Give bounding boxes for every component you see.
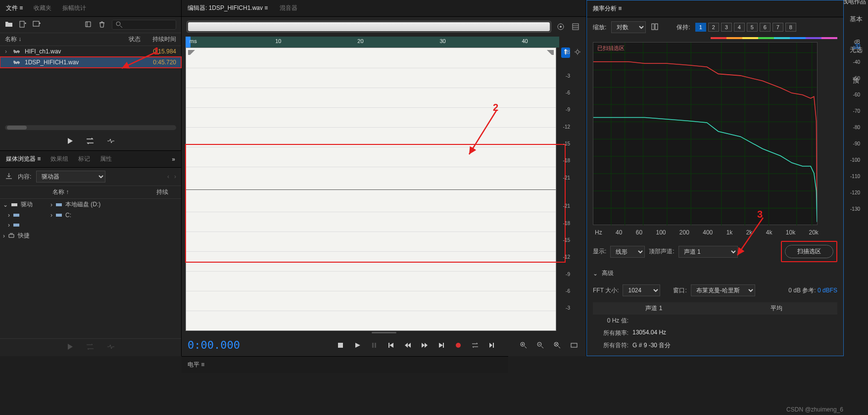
collapsed-tab-basic[interactable]: 基本 <box>850 15 863 24</box>
pause-button[interactable] <box>368 339 380 351</box>
files-scrollbar[interactable] <box>5 125 176 130</box>
hold-buttons: 12345678 <box>695 23 796 32</box>
levels-panel[interactable]: 电平 ≡ <box>182 356 508 373</box>
waveform-canvas[interactable] <box>186 47 556 331</box>
zoom-fit-icon[interactable] <box>551 339 563 351</box>
hold-button-2[interactable]: 2 <box>708 23 719 32</box>
zoom-selection-icon[interactable] <box>568 339 580 351</box>
spectrum-plot[interactable]: 已扫描选区 <box>593 42 818 225</box>
record-button[interactable] <box>452 339 464 351</box>
tree-drives[interactable]: ⌄驱动 <box>0 199 48 210</box>
forward-button[interactable] <box>419 339 431 351</box>
open-file-icon[interactable] <box>5 20 13 30</box>
scan-selection-button[interactable]: 扫描选区 <box>785 245 833 258</box>
tab-favorites[interactable]: 收藏夹 <box>34 4 51 12</box>
tab-mixer[interactable]: 混音器 <box>280 4 297 12</box>
play-icon[interactable] <box>66 137 74 146</box>
tab-amplitude-stats[interactable]: 振幅统计 <box>62 4 86 12</box>
tab-files[interactable]: 文件 ≡ <box>6 4 23 12</box>
ref-label: 0 dB 参考: 0 dBFS <box>788 286 837 295</box>
fft-select[interactable]: 1024 <box>623 284 660 296</box>
hold-button-4[interactable]: 4 <box>734 23 745 32</box>
loop-icon[interactable] <box>86 343 95 352</box>
fft-controls: FFT 大小: 1024 窗口: 布莱克曼-哈里斯 0 dB 参考: 0 dBF… <box>587 280 843 300</box>
skip-button[interactable] <box>486 339 498 351</box>
tab-markers[interactable]: 标记 <box>78 155 90 163</box>
tab-frequency-analysis[interactable]: 频率分析 ≡ <box>593 4 622 13</box>
svg-rect-13 <box>372 343 374 348</box>
hold-button-8[interactable]: 8 <box>785 23 796 32</box>
import-media-icon[interactable] <box>5 172 13 182</box>
hold-button-1[interactable]: 1 <box>695 23 706 32</box>
tab-effects[interactable]: 效果组 <box>50 155 68 163</box>
import-icon[interactable] <box>84 20 92 30</box>
tree-disk-c[interactable]: ›C: <box>48 210 181 220</box>
col-duration[interactable]: 持续时间 <box>141 35 176 44</box>
waveform-area: dB -3-6-9 -12-15-18 -21 -21-18-15 -12-9-… <box>182 47 586 331</box>
zoom-full-icon[interactable] <box>570 22 581 32</box>
svg-rect-12 <box>338 343 343 348</box>
info-tabs: 声道 1 平均 <box>593 302 837 315</box>
col-name[interactable]: 名称 ↓ <box>5 35 117 44</box>
rewind-button[interactable] <box>402 339 414 351</box>
advanced-toggle[interactable]: ⌄ 高级 <box>587 266 843 280</box>
zoom-select[interactable]: 对数 <box>611 21 646 33</box>
fade-in-handle[interactable] <box>188 50 195 57</box>
col-dur[interactable]: 持续 <box>156 188 176 196</box>
file-row-selected[interactable]: 1DSP_HIFICH1.wav 0:45.720 <box>0 57 181 68</box>
new-multitrack-icon[interactable] <box>33 20 41 30</box>
tab-properties[interactable]: 属性 <box>100 155 112 163</box>
files-search[interactable] <box>112 20 176 30</box>
hold-button-6[interactable]: 6 <box>760 23 771 32</box>
tree-disk-d[interactable]: ›本地磁盘 (D:) <box>48 199 181 210</box>
ref-link[interactable]: 0 dBFS <box>818 287 837 294</box>
col-name[interactable]: 名称 ↑ <box>52 188 156 196</box>
loop-icon[interactable] <box>86 137 95 146</box>
hold-button-7[interactable]: 7 <box>772 23 783 32</box>
show-select[interactable]: 线形 <box>610 246 645 258</box>
col-status[interactable]: 状态 <box>117 35 141 44</box>
window-select[interactable]: 布莱克曼-哈里斯 <box>691 284 755 296</box>
fade-out-handle[interactable] <box>547 50 554 57</box>
info-tab-channel[interactable]: 声道 1 <box>593 302 715 315</box>
frequency-analysis-panel: 频率分析 ≡ 缩放: 对数 保持: 12345678 已扫描选区 <box>586 0 844 356</box>
zoom-out-icon[interactable] <box>534 339 546 351</box>
row-0hz: 0 Hz 值: <box>593 315 837 327</box>
more-tabs-icon[interactable]: » <box>172 156 175 163</box>
tree-item[interactable]: › <box>0 210 48 220</box>
zoom-target-icon[interactable] <box>555 22 566 32</box>
tree-shortcuts[interactable]: ›快捷 <box>0 230 48 241</box>
display-controls: 显示: 线形 顶部声道: 声道 1 扫描选区 <box>587 237 843 266</box>
loop-button[interactable] <box>469 339 481 351</box>
content-select[interactable]: 驱动器 <box>36 171 105 183</box>
stop-button[interactable] <box>335 339 346 351</box>
svg-rect-3 <box>11 203 17 206</box>
info-tab-average[interactable]: 平均 <box>715 302 837 315</box>
search-icon <box>115 21 123 29</box>
nav-track[interactable] <box>187 21 551 33</box>
timecode[interactable]: 0:00.000 <box>188 339 240 351</box>
topch-select[interactable]: 声道 1 <box>678 246 738 258</box>
zoom-in-icon[interactable] <box>518 339 530 351</box>
time-ruler[interactable]: ms 10 20 30 40 <box>186 37 559 47</box>
file-row[interactable]: › HIFI_ch1.wav 0:15.984 <box>0 46 181 57</box>
hold-button-5[interactable]: 5 <box>747 23 758 32</box>
expand-icon[interactable]: › <box>5 48 11 55</box>
delete-icon[interactable] <box>98 20 106 30</box>
link-channels-icon[interactable] <box>651 23 659 32</box>
nav-back-icon[interactable]: ‹ <box>167 173 169 180</box>
new-file-icon[interactable] <box>19 20 27 30</box>
go-end-button[interactable] <box>435 339 447 351</box>
tree-item[interactable]: › <box>0 220 48 230</box>
play-icon[interactable] <box>66 343 74 352</box>
autoplay-icon[interactable] <box>106 137 115 146</box>
freq-controls-row: 缩放: 对数 保持: 12345678 <box>587 17 843 37</box>
tab-editor[interactable]: 编辑器: 1DSP_HIFICH1.wav ≡ <box>188 4 268 12</box>
nav-fwd-icon[interactable]: › <box>174 173 176 180</box>
autoplay-icon[interactable] <box>106 343 115 352</box>
content-label: 内容: <box>18 173 31 181</box>
hold-button-3[interactable]: 3 <box>721 23 732 32</box>
go-start-button[interactable] <box>385 339 397 351</box>
tab-media-browser[interactable]: 媒体浏览器 ≡ <box>6 155 41 163</box>
play-button[interactable] <box>351 339 363 351</box>
